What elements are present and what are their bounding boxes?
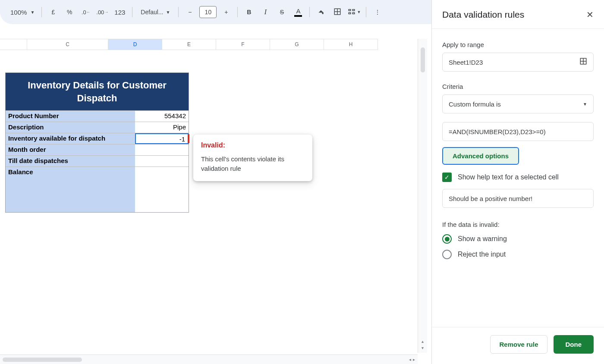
tail-right[interactable] bbox=[135, 178, 189, 212]
strikethrough-icon: S bbox=[280, 9, 284, 16]
column-header[interactable]: H bbox=[324, 39, 378, 50]
font-size-group: − 10 + bbox=[182, 4, 234, 20]
number-format-button[interactable]: 123 bbox=[111, 4, 129, 20]
cells-area[interactable]: Inventory Details for Customer Dispatch … bbox=[0, 50, 427, 364]
column-headers: C D E F G H bbox=[0, 39, 427, 50]
decrease-font-button[interactable]: − bbox=[182, 4, 198, 20]
column-header-edge[interactable] bbox=[0, 39, 27, 50]
formula-input[interactable]: =AND(ISNUMBER(D23),D23>=0) bbox=[442, 122, 594, 141]
decrease-decimal-button[interactable]: .0← bbox=[78, 4, 94, 20]
separator bbox=[237, 7, 238, 17]
caret-down-icon: ▼ bbox=[583, 102, 587, 107]
row-label[interactable]: Till date dispatches bbox=[6, 156, 135, 166]
select-range-icon[interactable] bbox=[579, 57, 587, 67]
column-header[interactable]: D bbox=[108, 39, 162, 50]
show-help-text-row[interactable]: ✓ Show help text for a selected cell bbox=[442, 173, 594, 182]
borders-button[interactable] bbox=[330, 4, 345, 20]
radio-show-warning-label: Show a warning bbox=[458, 235, 507, 243]
title-line2: Dispatch bbox=[77, 93, 117, 104]
vertical-scrollbar[interactable]: ▴ ▾ bbox=[418, 39, 427, 353]
validation-tooltip: Invalid: This cell's contents violate it… bbox=[193, 135, 312, 181]
strikethrough-button[interactable]: S bbox=[274, 4, 289, 20]
row-label[interactable]: Balance bbox=[6, 167, 135, 178]
panel-header: Data validation rules ✕ bbox=[432, 0, 604, 29]
advanced-options-button[interactable]: Advanced options bbox=[442, 147, 519, 165]
currency-button[interactable]: £ bbox=[45, 4, 61, 20]
invalid-data-heading: If the data is invalid: bbox=[442, 221, 594, 228]
horizontal-scrollbar[interactable]: ◂ ▸ bbox=[0, 355, 418, 364]
row-value[interactable] bbox=[135, 156, 189, 166]
criteria-label: Criteria bbox=[442, 83, 594, 90]
separator bbox=[366, 7, 366, 17]
tooltip-title: Invalid: bbox=[201, 141, 305, 149]
zoom-dropdown[interactable]: 100% ▼ bbox=[7, 4, 38, 20]
row-label[interactable]: Month order bbox=[6, 144, 135, 155]
borders-icon bbox=[333, 8, 341, 17]
tail-left[interactable] bbox=[6, 178, 135, 212]
close-button[interactable]: ✕ bbox=[586, 9, 594, 20]
text-color-swatch bbox=[294, 15, 302, 17]
row-value[interactable] bbox=[135, 144, 189, 155]
column-header[interactable]: C bbox=[27, 39, 108, 50]
scroll-thumb[interactable] bbox=[3, 358, 82, 362]
column-header[interactable]: F bbox=[216, 39, 270, 50]
help-text-input[interactable]: Should be a positive number! bbox=[442, 189, 594, 208]
fill-color-button[interactable] bbox=[313, 4, 329, 20]
row-label[interactable]: Product Number bbox=[6, 111, 135, 122]
apply-to-range-label: Apply to range bbox=[442, 41, 594, 48]
separator bbox=[41, 7, 42, 17]
text-color-button[interactable]: A bbox=[290, 4, 306, 20]
increase-font-button[interactable]: + bbox=[218, 4, 234, 20]
italic-button[interactable]: I bbox=[258, 4, 273, 20]
radio-reject-input-label: Reject the input bbox=[458, 251, 506, 258]
row-value[interactable]: Pipe bbox=[135, 122, 189, 133]
show-help-text-label: Show help text for a selected cell bbox=[458, 173, 559, 181]
tooltip-body: This cell's contents violate its validat… bbox=[201, 154, 305, 173]
panel-body: Apply to range Sheet1!D23 Criteria Custo… bbox=[432, 29, 604, 327]
scroll-right-icon[interactable]: ▸ bbox=[413, 357, 415, 362]
zoom-label: 100% bbox=[10, 9, 27, 16]
close-icon: ✕ bbox=[586, 10, 594, 19]
panel-title: Data validation rules bbox=[442, 9, 524, 20]
criteria-dropdown[interactable]: Custom formula is ▼ bbox=[442, 94, 594, 113]
font-family-dropdown[interactable]: Defaul... ▼ bbox=[136, 4, 175, 20]
radio-reject-input[interactable] bbox=[442, 250, 452, 259]
formula-value: =AND(ISNUMBER(D23),D23>=0) bbox=[449, 128, 546, 135]
range-value: Sheet1!D23 bbox=[449, 59, 483, 66]
row-value[interactable]: 554342 bbox=[135, 111, 189, 122]
criteria-selected: Custom formula is bbox=[449, 100, 501, 108]
percent-button[interactable]: % bbox=[62, 4, 77, 20]
radio-reject-input-row[interactable]: Reject the input bbox=[442, 250, 594, 259]
scroll-left-icon[interactable]: ◂ bbox=[409, 357, 411, 362]
column-header[interactable]: E bbox=[162, 39, 216, 50]
panel-footer: Remove rule Done bbox=[432, 327, 604, 364]
column-header[interactable]: G bbox=[270, 39, 324, 50]
scroll-down-icon[interactable]: ▾ bbox=[422, 345, 424, 350]
caret-down-icon: ▼ bbox=[30, 10, 35, 15]
font-name-label: Defaul... bbox=[141, 9, 163, 16]
table-row: Inventory available for dispatch -1 bbox=[6, 133, 189, 144]
font-size-input[interactable]: 10 bbox=[199, 6, 217, 18]
apply-to-range-input[interactable]: Sheet1!D23 bbox=[442, 53, 594, 72]
table-tail bbox=[6, 178, 189, 212]
merge-cells-button[interactable]: ▼ bbox=[346, 4, 362, 20]
scroll-thumb[interactable] bbox=[421, 47, 425, 72]
caret-down-icon: ▼ bbox=[357, 10, 361, 14]
row-label[interactable]: Description bbox=[6, 122, 135, 133]
remove-rule-button[interactable]: Remove rule bbox=[490, 335, 547, 354]
more-button[interactable]: ⋮ bbox=[370, 4, 385, 20]
scroll-up-icon[interactable]: ▴ bbox=[422, 339, 424, 344]
row-label[interactable]: Inventory available for dispatch bbox=[6, 133, 135, 144]
done-button[interactable]: Done bbox=[554, 335, 594, 354]
increase-decimal-button[interactable]: .00→ bbox=[94, 4, 110, 20]
selected-cell[interactable]: -1 bbox=[135, 133, 189, 144]
bold-button[interactable]: B bbox=[241, 4, 257, 20]
radio-show-warning-row[interactable]: Show a warning bbox=[442, 234, 594, 244]
data-validation-panel: Data validation rules ✕ Apply to range S… bbox=[431, 0, 604, 364]
show-help-text-checkbox[interactable]: ✓ bbox=[442, 173, 452, 182]
row-value[interactable] bbox=[135, 167, 189, 178]
more-vertical-icon: ⋮ bbox=[374, 9, 381, 16]
radio-show-warning[interactable] bbox=[442, 234, 452, 244]
checkmark-icon: ✓ bbox=[444, 174, 450, 181]
scroll-arrows: ◂ ▸ bbox=[409, 357, 418, 362]
